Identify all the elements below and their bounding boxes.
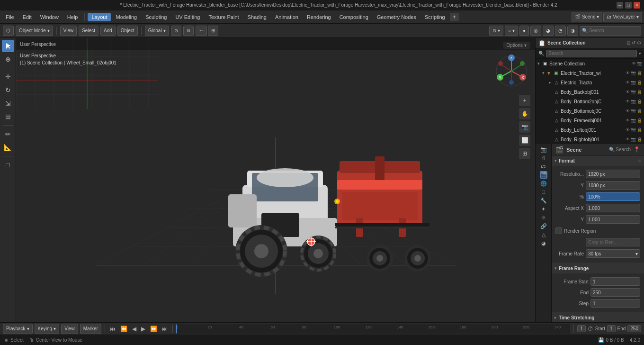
ol-item-electric-tracto[interactable]: ▸ △ Electric_Tracto 👁 📷 🔒 bbox=[536, 78, 644, 87]
view-menu-button[interactable]: View bbox=[60, 26, 77, 36]
ol-lock-tracto[interactable]: 🔒 bbox=[637, 80, 642, 85]
constraints-props-icon[interactable]: 🔗 bbox=[540, 222, 547, 230]
ol-hide-bottom2[interactable]: 👁 bbox=[626, 99, 630, 104]
ol-hide-back[interactable]: 👁 bbox=[626, 90, 630, 94]
render-props-icon[interactable]: 📷 bbox=[540, 145, 547, 153]
ol-lock-bottomoc[interactable]: 🔒 bbox=[637, 109, 642, 113]
shading-dropdown[interactable]: ○ ▾ bbox=[505, 26, 518, 36]
overlay-dropdown[interactable]: ⊙ ▾ bbox=[489, 26, 503, 36]
ol-expand-et[interactable]: ▾ bbox=[542, 71, 545, 75]
resolution-x-value[interactable]: 1920 px bbox=[586, 170, 640, 178]
move-tool-button[interactable]: ✛ bbox=[2, 71, 14, 83]
workspace-tab-rendering[interactable]: Rendering bbox=[303, 13, 335, 21]
data-props-icon[interactable]: △ bbox=[540, 231, 547, 238]
workspace-tab-scripting[interactable]: Scripting bbox=[421, 13, 449, 21]
ol-lock-et[interactable]: 🔒 bbox=[637, 71, 642, 75]
toggle-xray-button[interactable]: ◎ bbox=[530, 26, 541, 36]
workspace-tab-uv-editing[interactable]: UV Editing bbox=[171, 13, 204, 21]
annotate-tool-button[interactable]: ✏ bbox=[2, 128, 14, 140]
play-button[interactable]: ▶ bbox=[140, 325, 147, 333]
workspace-tab-geometry-nodes[interactable]: Geometry Nodes bbox=[373, 13, 420, 21]
add-menu-button[interactable]: Add bbox=[100, 26, 116, 36]
viewport-gizmo[interactable]: Z X Y bbox=[492, 52, 530, 90]
modifier-props-icon[interactable]: 🔧 bbox=[540, 197, 547, 204]
frame-start-value[interactable]: 1 bbox=[590, 277, 640, 286]
measure-tool-button[interactable]: 📐 bbox=[2, 141, 14, 154]
ol-camera-scene[interactable]: 📷 bbox=[637, 61, 642, 66]
ol-camera-frame[interactable]: 📷 bbox=[631, 118, 636, 123]
viewport-shading-material[interactable]: ◔ bbox=[555, 26, 566, 36]
ol-hide-scene[interactable]: 👁 bbox=[632, 61, 636, 66]
ol-hide-et[interactable]: 👁 bbox=[626, 71, 630, 75]
ol-hide-left[interactable]: 👁 bbox=[626, 127, 630, 132]
menu-help[interactable]: Help bbox=[63, 13, 82, 21]
frame-end-value[interactable]: 250 bbox=[590, 288, 640, 297]
play-reverse-button[interactable]: ◀ bbox=[131, 325, 138, 333]
timeline-playhead[interactable] bbox=[176, 324, 177, 334]
aspect-y-value[interactable]: 1.000 bbox=[586, 215, 640, 224]
frame-step-value[interactable]: 1 bbox=[590, 299, 640, 308]
header-search-input[interactable] bbox=[589, 28, 639, 33]
ol-item-body-bottom2[interactable]: ▸ △ Body_Bottom2objC 👁 📷 🔒 bbox=[536, 97, 644, 106]
resolution-y-value[interactable]: 1080 px bbox=[586, 181, 640, 190]
cursor-tool-button[interactable]: ⊕ bbox=[2, 53, 14, 65]
time-stretching-header[interactable]: ▸ Time Stretching bbox=[552, 312, 644, 322]
ol-item-scene-collection[interactable]: ▾ ▣ Scene Collection 👁 📷 bbox=[536, 59, 644, 68]
jump-end-button[interactable]: ⏭ bbox=[161, 325, 169, 333]
rotate-tool-button[interactable]: ↻ bbox=[2, 84, 14, 96]
marker-button[interactable]: Marker bbox=[80, 324, 101, 334]
close-button[interactable]: ✕ bbox=[634, 2, 640, 9]
ol-lock-left[interactable]: 🔒 bbox=[637, 127, 642, 132]
ol-camera-bottomoc[interactable]: 📷 bbox=[631, 109, 636, 113]
ol-lock-right[interactable]: 🔒 bbox=[637, 137, 642, 142]
frame-rate-dropdown[interactable]: 30 fps ▾ bbox=[586, 249, 640, 258]
workspace-tab-animation[interactable]: Animation bbox=[271, 13, 302, 21]
current-frame-display[interactable]: 1 bbox=[577, 325, 586, 332]
ol-camera-et[interactable]: 📷 bbox=[631, 71, 636, 75]
ol-item-body-bottomoc[interactable]: ▸ △ Body_Bottomobj0C 👁 📷 🔒 bbox=[536, 106, 644, 116]
frame-range-header[interactable]: ▾ Frame Range bbox=[552, 263, 644, 273]
timeline-track[interactable]: 1 20 40 60 80 100 120 140 160 180 200 22… bbox=[176, 324, 570, 334]
scene-props-icon[interactable]: 🎬 bbox=[540, 171, 547, 179]
format-section-header[interactable]: ▾ Format ≡ bbox=[552, 155, 644, 166]
ol-hide-bottomoc[interactable]: 👁 bbox=[626, 109, 630, 113]
material-props-icon[interactable]: ◕ bbox=[540, 239, 547, 247]
ol-expand-tracto[interactable]: ▸ bbox=[549, 80, 551, 85]
workspace-tab-sculpting[interactable]: Sculpting bbox=[142, 13, 170, 21]
props-search-button[interactable]: 🔍 Search bbox=[609, 147, 631, 152]
transform-space-button[interactable]: Global ▾ bbox=[145, 26, 169, 36]
render-region-checkbox[interactable] bbox=[555, 227, 562, 234]
step-back-button[interactable]: ⏪ bbox=[119, 325, 129, 333]
menu-file[interactable]: File bbox=[2, 13, 18, 21]
props-pin-button[interactable]: 📍 bbox=[634, 146, 640, 153]
scene-selector[interactable]: 🎬 Scene ▾ bbox=[572, 12, 602, 22]
outliner-search-input[interactable] bbox=[546, 50, 637, 57]
ol-item-body-frame[interactable]: ▸ △ Body_Frameobj001 👁 📷 🔒 bbox=[536, 116, 644, 125]
ol-item-body-right[interactable]: ▸ △ Body_Rightobj001 👁 📷 🔒 bbox=[536, 135, 644, 144]
minimize-button[interactable]: ─ bbox=[617, 2, 623, 9]
restrict-columns-icon[interactable]: ⚙ bbox=[637, 40, 641, 45]
zoom-in-button[interactable]: + bbox=[519, 95, 530, 106]
pan-button[interactable]: ✋ bbox=[519, 108, 530, 119]
object-menu-button[interactable]: Object bbox=[117, 26, 138, 36]
view-layer-selector[interactable]: 🗂 ViewLayer ▾ bbox=[603, 12, 642, 22]
add-workspace-button[interactable]: + bbox=[450, 13, 459, 21]
region-button[interactable]: ⊞ bbox=[519, 148, 530, 159]
ol-hide-frame[interactable]: 👁 bbox=[626, 118, 630, 123]
outliner-filter-button[interactable]: ▾ bbox=[639, 51, 641, 56]
select-tool-button[interactable] bbox=[2, 40, 14, 52]
workspace-tab-modeling[interactable]: Modeling bbox=[112, 13, 141, 21]
object-mode-button[interactable]: Object Mode ▾ bbox=[16, 26, 53, 36]
transform-tool-button[interactable]: ⊞ bbox=[2, 110, 14, 123]
camera-view-button[interactable]: 📷 bbox=[519, 121, 530, 133]
world-props-icon[interactable]: 🌐 bbox=[540, 180, 547, 187]
filter-icon[interactable]: ⊟ bbox=[626, 40, 630, 45]
ol-lock-back[interactable]: 🔒 bbox=[637, 90, 642, 94]
view-layer-props-icon[interactable]: 🗂 bbox=[540, 163, 547, 170]
viewport-shading-rendered[interactable]: ◑ bbox=[567, 26, 578, 36]
menu-window[interactable]: Window bbox=[36, 13, 63, 21]
ol-camera-tracto[interactable]: 📷 bbox=[631, 80, 636, 85]
wave-btn[interactable]: 〰 bbox=[196, 26, 207, 36]
local-view-button[interactable]: ⬜ bbox=[519, 135, 530, 146]
crop-render-value[interactable]: Crop to Ren... bbox=[586, 238, 640, 246]
